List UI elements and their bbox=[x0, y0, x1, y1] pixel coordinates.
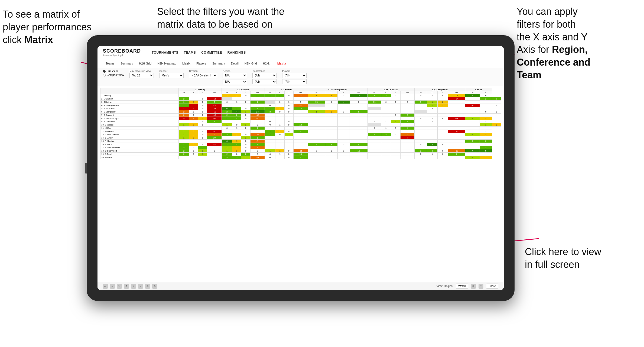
max-players-select[interactable]: Top 25 Top 10 Top 50 bbox=[129, 73, 154, 78]
view-label: View: Original bbox=[437, 285, 453, 288]
table-row: 20. M Ford331-11010111 bbox=[100, 156, 501, 159]
table-row: 17. S De La Fuente2020110-82 bbox=[100, 146, 501, 149]
table-header-clamprecht: 6. C Lamprecht bbox=[414, 88, 465, 91]
table-row: 19. D Ford2012020010130107 bbox=[100, 153, 501, 156]
table-row: 12. M Riedel110-61101-61 bbox=[100, 130, 501, 133]
table-header-jkoivun: 3. J Koivun bbox=[265, 88, 308, 91]
table-header-gsa: 7. G Sa bbox=[465, 88, 492, 91]
region-select-2[interactable]: N/A bbox=[223, 79, 247, 84]
max-players-filter: Max players in view Top 25 Top 10 Top 50 bbox=[129, 70, 154, 78]
gender-select[interactable]: Men's Women's bbox=[159, 73, 184, 78]
undo-icon[interactable]: ↩ bbox=[103, 284, 108, 289]
table-header-mlasasso: 5. M La Sasso bbox=[367, 88, 414, 91]
logo-subtitle: Powered by clippd bbox=[103, 54, 141, 57]
table-row: 16. K Vilips210-252204330805001 bbox=[100, 143, 501, 146]
subnav-teams[interactable]: Teams bbox=[103, 61, 117, 66]
app-header: SCOREBOARD Powered by clippd TOURNAMENTS… bbox=[97, 46, 504, 59]
toolbar-right: View: Original Watch ⊞ ⛶ Share bbox=[437, 284, 498, 289]
players-filter: Players (All) (All) bbox=[282, 70, 307, 84]
conference-select-2[interactable]: (All) bbox=[252, 79, 277, 84]
table-row: 9. N Gabrelcik09010011111 bbox=[100, 120, 501, 123]
compact-view-radio[interactable]: Compact View bbox=[103, 73, 124, 76]
subnav-summary[interactable]: Summary bbox=[118, 61, 136, 66]
region-filter: Region N/A East West N/A bbox=[223, 70, 247, 84]
subnav-active-matrix[interactable]: Matrix bbox=[275, 61, 289, 66]
table-row: 2. L Clanton20-16-2422 bbox=[100, 97, 501, 101]
subnav-h2h-heatmap[interactable]: H2H Heatmap bbox=[155, 61, 179, 66]
table-row: 7. G Sargent200-15220-1503 bbox=[100, 114, 501, 117]
subnav-players-summary[interactable]: Summary bbox=[210, 61, 228, 66]
players-select[interactable]: (All) bbox=[282, 73, 307, 78]
share-button[interactable]: Share bbox=[486, 284, 498, 289]
table-header-mthorbjornsen: 4. M Thorbjornsen bbox=[308, 88, 368, 91]
table-row: 11. M Ege01010104 bbox=[100, 127, 501, 130]
table-row: 15. P Maichon410-722 bbox=[100, 140, 501, 143]
annotation-bottom-right: Click here to view in full screen bbox=[525, 246, 628, 271]
region-select[interactable]: N/A East West bbox=[223, 73, 247, 78]
subnav-players-h2h-grid[interactable]: H2H Grid bbox=[242, 61, 260, 66]
compact-view-radio-dot bbox=[103, 74, 106, 76]
conference-select[interactable]: (All) bbox=[252, 73, 277, 78]
full-view-radio-dot bbox=[103, 70, 106, 73]
logo-title: SCOREBOARD bbox=[103, 48, 141, 54]
view-toggle: Full View Compact View bbox=[103, 70, 124, 76]
toolbar-left: ↩ ↪ ↻ ✥ + − ⊡ ⚙ bbox=[103, 284, 157, 289]
annotation-top-center: Select the filters you want the matrix d… bbox=[157, 5, 298, 31]
table-row: 5. M La Sasso150-416101110140 bbox=[100, 107, 501, 110]
table-row: 4. M Thorbjornsen150-28010-3110-61 bbox=[100, 104, 501, 107]
table-row: 3. J Koivun110201010101304011010312 bbox=[100, 101, 501, 104]
nav-committee[interactable]: COMMITTEE bbox=[201, 50, 222, 56]
zoom-in-icon[interactable]: + bbox=[131, 284, 136, 289]
subnav-players-detail[interactable]: Detail bbox=[228, 61, 241, 66]
subnav-matrix[interactable]: Matrix bbox=[180, 61, 193, 66]
filters-row: Full View Compact View Max players in vi… bbox=[97, 68, 504, 86]
tablet-device: SCOREBOARD Powered by clippd TOURNAMENTS… bbox=[87, 35, 515, 301]
table-header-wding: 1. W Ding bbox=[178, 88, 222, 91]
players-select-2[interactable]: (All) bbox=[282, 79, 307, 84]
table-row: 13. J Skov Olesen110-3210-19101220-113 bbox=[100, 133, 501, 136]
footer-toolbar: ↩ ↪ ↻ ✥ + − ⊡ ⚙ View: Original Watch ⊞ ⛶… bbox=[97, 282, 504, 290]
gender-filter: Gender Men's Women's bbox=[159, 70, 184, 78]
subnav-players-h2h-more[interactable]: H2H... bbox=[260, 61, 274, 66]
scoreboard-logo: SCOREBOARD Powered by clippd bbox=[103, 48, 141, 57]
division-filter: Division NCAA Division I NCAA Division I… bbox=[189, 70, 217, 78]
annotation-top-right: You can apply filters for both the X axi… bbox=[517, 5, 630, 82]
tablet-side-button bbox=[85, 163, 87, 174]
matrix-table: 1. W Ding 2. L Clanton 3. J Koivun 4. M … bbox=[100, 88, 501, 159]
nav-rankings[interactable]: RANKINGS bbox=[227, 50, 246, 56]
fit-icon[interactable]: ⊡ bbox=[145, 284, 150, 289]
subnav-players[interactable]: Players bbox=[194, 61, 209, 66]
nav-tournaments[interactable]: TOURNAMENTS bbox=[152, 50, 178, 56]
main-nav: TOURNAMENTS TEAMS COMMITTEE RANKINGS bbox=[152, 50, 246, 56]
table-row: 8. P Summerhays521-48220-16010-1112 bbox=[100, 117, 501, 120]
matrix-table-area: 1. W Ding 2. L Clanton 3. J Koivun 4. M … bbox=[97, 86, 504, 282]
settings-icon[interactable]: ⚙ bbox=[152, 284, 157, 289]
redo-icon[interactable]: ↪ bbox=[110, 284, 115, 289]
division-select[interactable]: NCAA Division I NCAA Division II bbox=[189, 73, 217, 78]
refresh-icon[interactable]: ↻ bbox=[117, 284, 122, 289]
table-row: 18. C Sherwood20101300110-1101013220-104… bbox=[100, 149, 501, 153]
subnav-h2h-grid[interactable]: H2H Grid bbox=[136, 61, 154, 66]
fullscreen-icon[interactable]: ⛶ bbox=[479, 284, 483, 289]
zoom-out-icon[interactable]: − bbox=[138, 284, 143, 289]
nav-teams[interactable]: TEAMS bbox=[184, 50, 196, 56]
table-header-player bbox=[100, 88, 179, 94]
sub-navigation: Teams Summary H2H Grid H2H Heatmap Matri… bbox=[97, 59, 504, 68]
table-header-lclanton: 2. L Clanton bbox=[222, 88, 265, 91]
screen-icon[interactable]: ⊞ bbox=[471, 284, 476, 289]
pan-icon[interactable]: ✥ bbox=[124, 284, 129, 289]
tablet-screen: SCOREBOARD Powered by clippd TOURNAMENTS… bbox=[97, 46, 504, 290]
table-row: 10. B Valdes11010100101011 bbox=[100, 123, 501, 127]
table-row: 1. W Ding12011110-2120171300101390 bbox=[100, 94, 501, 97]
table-row: 14. J Lundin1101011-7 bbox=[100, 136, 501, 140]
full-view-radio[interactable]: Full View bbox=[103, 70, 124, 73]
table-row: 6. C Lamprecht200-1324124300110601 bbox=[100, 110, 501, 114]
watch-button[interactable]: Watch bbox=[456, 284, 468, 289]
conference-filter: Conference (All) (All) bbox=[252, 70, 277, 84]
